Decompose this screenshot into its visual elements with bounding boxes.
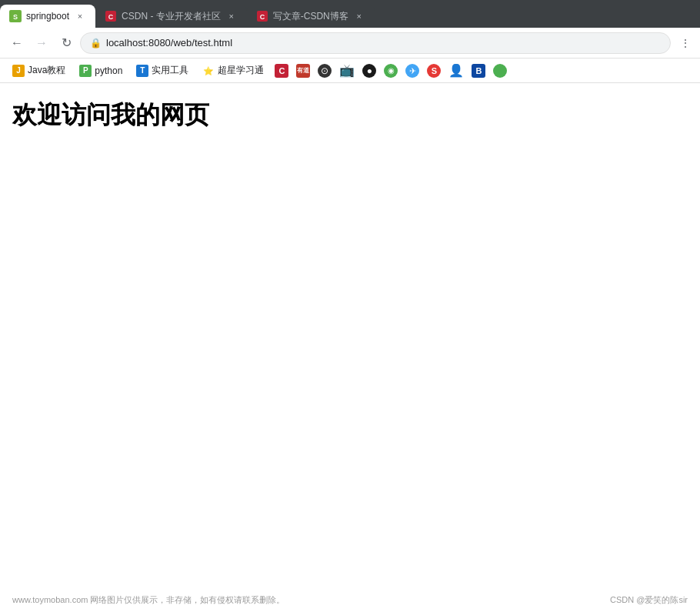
bookmark-green-dot[interactable] (490, 62, 510, 80)
bookmark-favicon-java: J (12, 65, 25, 77)
bookmark-favicon-tools: T (136, 65, 148, 77)
bookmark-red-s[interactable]: S (424, 62, 444, 80)
csdn-favicon: C (275, 64, 288, 78)
svg-text:C: C (259, 13, 265, 21)
tv-icon: 📺 (339, 63, 355, 78)
bookmark-label-superstar: 超星学习通 (218, 64, 264, 77)
tab-favicon-csdn-write: C (256, 10, 268, 22)
bookmark-green-circle[interactable]: ◉ (381, 62, 401, 80)
bookmark-bold-b[interactable]: B (468, 62, 488, 80)
bookmark-blue-plane[interactable]: ✈ (402, 62, 422, 80)
youdao-icon: 有道 (296, 64, 310, 78)
tab-csdn-community[interactable]: C CSDN - 专业开发者社区 × (95, 5, 247, 28)
tab-springboot[interactable]: S springboot × (0, 5, 95, 28)
green-dot-icon (493, 64, 507, 78)
extensions-icon[interactable]: ⋮ (677, 35, 694, 52)
back-button[interactable]: ← (6, 32, 28, 54)
bookmarks-bar: J Java教程 P python T 实用工具 ⭐ 超星学习通 C 有道 ⊙ (0, 59, 700, 83)
bookmark-java[interactable]: J Java教程 (6, 62, 72, 80)
page-content: 欢迎访问我的网页 (0, 83, 700, 612)
nav-bar: ← → ↻ 🔒 localhost:8080/web/test.html ⋮ (0, 28, 700, 59)
lock-icon: 🔒 (90, 38, 102, 48)
bookmark-label-java: Java教程 (28, 64, 65, 77)
bookmark-label-python: python (95, 65, 122, 76)
address-text: localhost:8080/web/test.html (106, 37, 661, 48)
plane-icon: ✈ (405, 64, 419, 78)
address-bar[interactable]: 🔒 localhost:8080/web/test.html (80, 32, 671, 54)
toolbar-right: ⋮ (677, 35, 694, 52)
dark-circle-icon: ● (362, 64, 376, 78)
tab-close-springboot[interactable]: × (74, 10, 86, 22)
tab-title-springboot: springboot (26, 11, 69, 22)
footer-left: www.toymoban.com 网络图片仅供展示，非存储，如有侵权请联系删除。 (12, 594, 285, 606)
red-s-icon: S (427, 64, 441, 78)
svg-text:C: C (108, 13, 114, 21)
bookmark-tools[interactable]: T 实用工具 (130, 62, 195, 80)
bookmark-superstar[interactable]: ⭐ 超星学习通 (196, 62, 270, 80)
page-heading: 欢迎访问我的网页 (12, 99, 688, 132)
bookmark-favicon-python: P (79, 65, 92, 77)
bookmark-github[interactable]: ⊙ (315, 62, 335, 80)
green-circle-icon: ◉ (384, 64, 398, 78)
tab-csdn-write[interactable]: C 写文章-CSDN博客 × (247, 5, 375, 28)
page-footer: www.toymoban.com 网络图片仅供展示，非存储，如有侵权请联系删除。… (0, 594, 700, 606)
tab-title-csdn-write: 写文章-CSDN博客 (273, 10, 348, 23)
forward-button[interactable]: → (31, 32, 52, 54)
bookmark-csdn-icon[interactable]: C (272, 62, 292, 80)
tab-favicon-springboot: S (9, 10, 22, 22)
bookmark-python[interactable]: P python (73, 62, 128, 80)
bookmark-tv[interactable]: 📺 (336, 62, 358, 80)
svg-text:S: S (13, 13, 18, 21)
bookmark-youdao[interactable]: 有道 (293, 62, 313, 80)
portrait-icon: 👤 (448, 63, 464, 78)
browser-chrome: S springboot × C CSDN - 专业开发者社区 × C 写文章-… (0, 0, 700, 83)
github-icon: ⊙ (318, 64, 332, 78)
tab-title-csdn-community: CSDN - 专业开发者社区 (122, 10, 221, 23)
bold-b-icon: B (472, 64, 485, 78)
tab-favicon-csdn-community: C (105, 10, 117, 22)
tab-bar: S springboot × C CSDN - 专业开发者社区 × C 写文章-… (0, 0, 700, 28)
reload-button[interactable]: ↻ (55, 32, 77, 54)
footer-right: CSDN @爱笑的陈sir (610, 594, 688, 606)
bookmark-favicon-superstar: ⭐ (202, 65, 215, 77)
tab-close-csdn-community[interactable]: × (225, 10, 238, 22)
bookmark-portrait[interactable]: 👤 (445, 62, 467, 80)
bookmark-label-tools: 实用工具 (152, 64, 188, 77)
bookmark-dark-circle[interactable]: ● (359, 62, 379, 80)
tab-close-csdn-write[interactable]: × (353, 10, 365, 22)
